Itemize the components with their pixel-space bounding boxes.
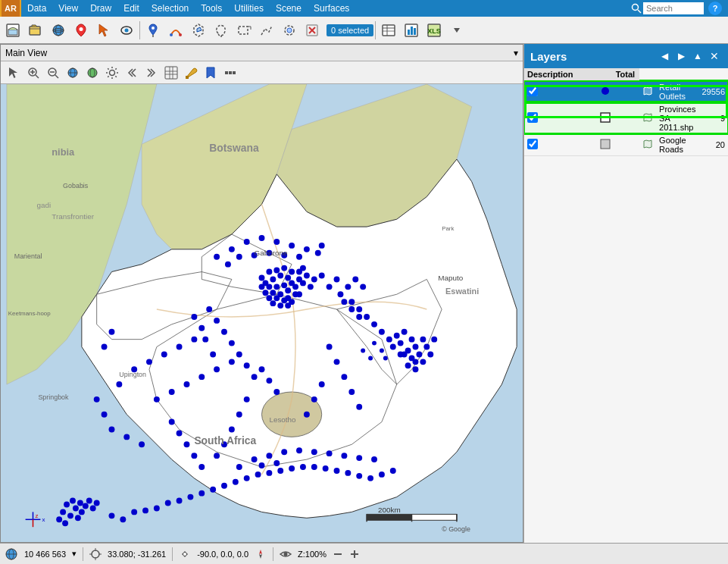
- status-zoom-in-btn[interactable]: [349, 549, 360, 559]
- svg-point-237: [229, 427, 235, 433]
- svg-point-11: [80, 27, 83, 31]
- menu-utilities[interactable]: Utilities: [228, 2, 270, 15]
- svg-point-49: [110, 70, 115, 75]
- tb-location[interactable]: [70, 20, 92, 41]
- svg-point-209: [352, 276, 358, 282]
- menu-tools[interactable]: Tools: [195, 2, 228, 15]
- gobabis-label: Gobabis: [63, 182, 89, 190]
- tb-dropdown-arrow[interactable]: [446, 20, 467, 41]
- svg-text:AR: AR: [5, 4, 17, 13]
- menu-data[interactable]: Data: [21, 2, 52, 15]
- svg-rect-256: [367, 514, 411, 520]
- tb-buffer-select[interactable]: [279, 20, 300, 41]
- layer-checkbox-1[interactable]: [527, 112, 538, 123]
- tb-table[interactable]: [378, 20, 399, 41]
- menu-selection[interactable]: Selection: [145, 2, 195, 15]
- svg-point-223: [191, 314, 197, 320]
- map-tb-arrow[interactable]: [5, 64, 23, 82]
- layer-row-0[interactable]: Retail Outlets29556: [524, 81, 728, 103]
- map-tb-arrows-right[interactable]: [142, 64, 161, 82]
- map-tb-bookmark[interactable]: [202, 64, 220, 82]
- search-input[interactable]: [643, 2, 704, 14]
- svg-point-153: [356, 473, 362, 479]
- tb-globe[interactable]: [48, 20, 69, 41]
- tb-route[interactable]: [165, 20, 186, 41]
- svg-point-2: [633, 5, 639, 11]
- layers-forward-btn[interactable]: ▶: [673, 49, 689, 64]
- layer-row-2[interactable]: Google Roads20: [524, 133, 728, 155]
- layers-header: Layers ◀ ▶ ▲ ✕: [524, 44, 728, 68]
- svg-point-205: [364, 314, 370, 320]
- svg-point-158: [266, 453, 272, 459]
- svg-point-233: [348, 389, 355, 395]
- tb-new-map[interactable]: [2, 20, 23, 41]
- tb-line-select[interactable]: [256, 20, 277, 41]
- tb-sep2: [375, 21, 376, 39]
- svg-point-81: [266, 284, 272, 290]
- kgalag-label: gadi: [36, 201, 51, 209]
- tb-deselect[interactable]: [302, 20, 323, 41]
- svg-rect-55: [186, 76, 189, 79]
- status-count-dropdown[interactable]: ▾: [72, 549, 77, 559]
- svg-point-111: [390, 344, 396, 350]
- svg-point-221: [244, 362, 250, 368]
- menu-surfaces[interactable]: Surfaces: [308, 2, 355, 15]
- svg-point-17: [179, 33, 182, 36]
- status-zoom-out-btn[interactable]: [333, 549, 343, 559]
- map-view[interactable]: nibia Botswana Eswatini South Africa Les…: [1, 84, 523, 542]
- svg-point-251: [380, 349, 384, 353]
- layers-close-btn[interactable]: ✕: [707, 49, 722, 64]
- map-header-dropdown[interactable]: ▾: [514, 48, 518, 58]
- sep1: [83, 547, 83, 561]
- svg-point-148: [300, 464, 306, 470]
- tb-sep1: [139, 21, 140, 39]
- tb-open[interactable]: [25, 20, 46, 41]
- svg-point-200: [315, 250, 321, 256]
- svg-point-198: [214, 254, 220, 260]
- tb-eye[interactable]: [116, 20, 137, 41]
- map-tb-zoom-in[interactable]: [24, 64, 42, 82]
- svg-point-61: [270, 276, 276, 282]
- map-tb-globe2[interactable]: [83, 64, 102, 82]
- map-tb-arrows-left[interactable]: [123, 64, 141, 82]
- tb-lasso-select[interactable]: [211, 20, 232, 41]
- map-tb-paint[interactable]: [182, 64, 200, 82]
- svg-point-108: [423, 344, 430, 350]
- menu-view[interactable]: View: [52, 2, 84, 15]
- tb-pin[interactable]: [142, 20, 164, 41]
- svg-point-16: [170, 33, 173, 36]
- tb-cursor[interactable]: [93, 20, 114, 41]
- layer-row-1[interactable]: Provinces SA 2011.shp9: [524, 102, 728, 133]
- layers-back-btn[interactable]: ◀: [657, 49, 672, 64]
- menu-edit[interactable]: Edit: [117, 2, 145, 15]
- svg-point-103: [420, 337, 426, 343]
- svg-rect-5: [8, 30, 17, 35]
- globe-icon: [5, 547, 18, 561]
- tb-rect-select[interactable]: [233, 20, 255, 41]
- map-tb-grid[interactable]: [162, 64, 180, 82]
- tb-polygon-select[interactable]: [188, 20, 209, 41]
- tb-export[interactable]: XLS: [423, 20, 445, 41]
- svg-point-230: [319, 381, 325, 387]
- layer-checkbox-2[interactable]: [527, 139, 538, 149]
- map-tb-zoom-out[interactable]: [44, 64, 62, 82]
- sep3: [273, 547, 273, 561]
- map-tb-extra[interactable]: [221, 64, 239, 82]
- status-globe[interactable]: [5, 547, 18, 561]
- map-tb-settings[interactable]: [103, 64, 121, 82]
- svg-point-117: [70, 498, 76, 504]
- layer-checkbox-0[interactable]: [527, 86, 538, 96]
- svg-point-216: [206, 306, 212, 312]
- svg-point-95: [285, 302, 291, 309]
- map-tb-globe1[interactable]: [64, 64, 82, 82]
- tb-chart[interactable]: [401, 20, 422, 41]
- svg-point-115: [431, 337, 437, 343]
- svg-point-123: [60, 509, 66, 515]
- menu-scene[interactable]: Scene: [270, 2, 308, 15]
- svg-point-229: [341, 374, 347, 380]
- layer-type-icon: [642, 86, 653, 96]
- layers-pin-btn[interactable]: ▲: [690, 49, 705, 64]
- svg-point-207: [379, 329, 385, 335]
- menu-draw[interactable]: Draw: [84, 2, 117, 15]
- help-button[interactable]: ?: [708, 2, 722, 15]
